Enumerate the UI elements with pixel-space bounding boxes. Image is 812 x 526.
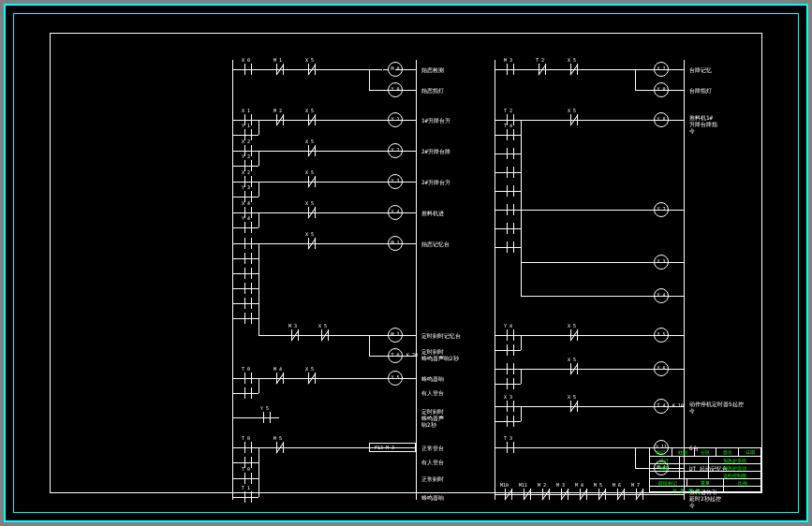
contact-label: X 5 — [318, 323, 327, 329]
coil-label: Y 4 — [655, 292, 668, 298]
contact-label: X 5 — [568, 357, 576, 362]
contact-no — [504, 363, 517, 374]
contact-nc — [558, 489, 571, 500]
tb-cell — [679, 464, 709, 471]
contact-no — [242, 64, 255, 75]
contact-no — [242, 283, 255, 294]
right-ladder-bus-r — [684, 60, 685, 500]
contact-nc — [633, 489, 646, 500]
branch-wire — [635, 69, 636, 90]
contact-nc — [288, 329, 302, 341]
tb-cell: 重量 — [687, 479, 724, 486]
timer-data: K 10 — [672, 402, 684, 408]
contact-label: M 1 — [273, 57, 282, 63]
rung-comment: 始态检测 — [421, 66, 444, 75]
contact-label: X 5 — [305, 366, 314, 372]
contact-nc — [318, 329, 332, 341]
right-ladder-bus-l — [495, 60, 495, 500]
contact-label: X 5 — [568, 108, 576, 113]
contact-label: Y 3 — [242, 184, 250, 190]
contact-label: X 5 — [568, 323, 576, 329]
rung-comment: 2#升降台升 — [421, 179, 450, 187]
tb-sheet-sub: 送料控制图 — [708, 472, 760, 478]
contact-label: X 2 — [242, 169, 250, 175]
contact-label: X 5 — [305, 169, 314, 175]
left-ladder-bus-l — [232, 60, 233, 500]
contact-label: M 4 — [575, 482, 583, 488]
contact-no — [242, 313, 255, 324]
rung-comment: 推料机1#升降台降指令 — [689, 114, 717, 134]
tb-cell: 分区 — [694, 448, 716, 456]
contact-no — [504, 223, 517, 234]
contact-no — [260, 412, 273, 423]
contact-label: T 4 — [504, 123, 512, 128]
branch-wire — [521, 406, 522, 421]
left-ladder-bus-r — [416, 60, 417, 500]
tb-cell: 日期 — [738, 448, 760, 456]
tb-cell: 签名 — [716, 448, 738, 456]
branch-wire — [521, 369, 522, 384]
contact-nc — [305, 373, 318, 384]
rung-comment: 1#升降台升 — [421, 117, 450, 125]
contact-no — [242, 253, 255, 264]
contact-label: M11 — [519, 482, 527, 488]
coil-label: Y 6 — [655, 365, 668, 371]
contact-no — [242, 238, 255, 249]
contact-label: M10 — [500, 482, 509, 488]
contact-label: X 5 — [305, 108, 314, 113]
contact-nc — [568, 329, 581, 341]
contact-label: Y 1 — [242, 123, 250, 128]
contact-nc — [521, 489, 534, 500]
branch-wire — [258, 378, 259, 393]
branch-wire — [521, 247, 522, 262]
branch-wire — [369, 69, 370, 90]
coil-label: Y 8 — [655, 116, 668, 122]
coil-label: T 4 — [655, 402, 668, 408]
tb-project: 加热炉系统 — [708, 457, 760, 463]
contact-label: X 5 — [568, 57, 576, 63]
contact-no — [242, 222, 255, 233]
contact-label: M 5 — [594, 482, 602, 488]
rung-comment: 定时到时记忆台 — [421, 332, 461, 341]
rung-comment: 定时到时蜂鸣器声响2秒 — [421, 348, 459, 361]
contact-nc — [273, 442, 287, 453]
tb-cell: 制图 — [650, 464, 679, 471]
branch-wire — [369, 335, 370, 356]
contact-label: M 7 — [631, 482, 640, 488]
contact-label: M 3 — [504, 57, 512, 63]
contact-nc — [568, 363, 581, 374]
rung-comment: 始态记忆台 — [421, 241, 450, 249]
contact-label: T 0 — [242, 435, 250, 441]
contact-label: Y 5 — [260, 405, 269, 411]
rung-comment: 蜂鸣器响 — [421, 375, 444, 384]
contact-label: M 4 — [273, 366, 282, 372]
contact-nc — [305, 176, 318, 187]
tb-cell: 阶段标记 — [650, 479, 687, 486]
contact-no — [504, 148, 517, 159]
coil-label: Y 5 — [655, 331, 668, 337]
contact-nc — [273, 373, 287, 384]
outer-frame: X 0 M 1 X 5 M 0 始态检测 Y 0 始态指灯 X 1 M 2 X … — [4, 4, 808, 522]
contact-label: T 1 — [242, 485, 250, 490]
rung-comment: 台降指灯 — [689, 87, 712, 95]
contact-no — [242, 387, 255, 399]
branch-wire — [521, 262, 522, 296]
tb-cell — [650, 472, 679, 478]
contact-no — [242, 298, 255, 309]
tb-cell: 处数 — [672, 448, 694, 456]
contact-nc — [273, 114, 287, 125]
contact-no — [504, 64, 517, 75]
branch-wire — [258, 120, 259, 135]
contact-no — [504, 167, 517, 178]
coil-label: Y 3 — [655, 258, 668, 264]
contact-label: M 3 — [556, 482, 565, 488]
branch-wire — [258, 462, 259, 497]
contact-label: X 0 — [242, 57, 250, 63]
coil-label: Y 4 — [389, 209, 402, 214]
contact-nc — [305, 114, 318, 125]
contact-label: Y 2 — [242, 153, 250, 159]
branch-wire — [258, 151, 259, 166]
rung-comment: 定时到时蜂鸣器声响2秒 — [421, 408, 444, 428]
contact-no — [242, 491, 255, 503]
contact-no — [504, 442, 517, 453]
